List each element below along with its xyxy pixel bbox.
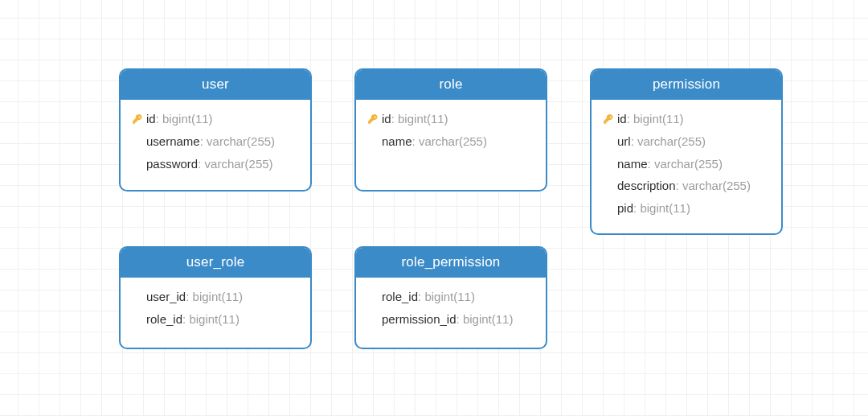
column-name: password bbox=[146, 153, 198, 175]
column-name: username bbox=[146, 130, 200, 153]
column-type: : bigint(11) bbox=[627, 108, 684, 130]
primary-key-icon bbox=[601, 113, 616, 125]
entity-table-permission[interactable]: permission id: bigint(11) url: varchar(2… bbox=[590, 68, 783, 235]
column-name: name bbox=[382, 130, 412, 153]
entity-columns: role_id: bigint(11) permission_id: bigin… bbox=[356, 278, 546, 340]
column-type: : varchar(255) bbox=[198, 153, 272, 175]
column-name: id bbox=[146, 108, 156, 130]
column-row: id: bigint(11) bbox=[606, 108, 770, 130]
column-type: : varchar(255) bbox=[648, 153, 723, 175]
column-row: id: bigint(11) bbox=[371, 108, 534, 130]
entity-table-user[interactable]: user id: bigint(11) username: varchar(25… bbox=[119, 68, 312, 192]
column-row: username: varchar(255) bbox=[135, 130, 299, 153]
column-type: : bigint(11) bbox=[633, 197, 690, 220]
entity-columns: id: bigint(11) username: varchar(255) pa… bbox=[121, 100, 310, 184]
column-row: name: varchar(255) bbox=[606, 153, 770, 175]
column-name: pid bbox=[617, 197, 633, 220]
column-row: description: varchar(255) bbox=[606, 175, 770, 197]
column-type: : varchar(255) bbox=[631, 130, 706, 153]
entity-title: user_role bbox=[121, 248, 310, 278]
entity-title: role_permission bbox=[356, 248, 546, 278]
column-name: role_id bbox=[146, 308, 182, 331]
column-type: : bigint(11) bbox=[391, 108, 448, 130]
column-name: permission_id bbox=[382, 308, 457, 331]
column-type: : bigint(11) bbox=[182, 308, 240, 331]
column-row: url: varchar(255) bbox=[606, 130, 770, 153]
column-type: : varchar(255) bbox=[412, 130, 487, 153]
column-row: user_id: bigint(11) bbox=[135, 286, 299, 308]
column-row: pid: bigint(11) bbox=[606, 197, 770, 220]
entity-table-role[interactable]: role id: bigint(11) name: varchar(255) bbox=[354, 68, 547, 192]
column-type: : bigint(11) bbox=[418, 286, 475, 308]
column-type: : varchar(255) bbox=[200, 130, 275, 153]
column-type: : bigint(11) bbox=[457, 308, 514, 331]
entity-title: user bbox=[121, 70, 310, 100]
entity-table-user-role[interactable]: user_role user_id: bigint(11) role_id: b… bbox=[119, 246, 312, 349]
column-row: permission_id: bigint(11) bbox=[371, 308, 534, 331]
entity-table-role-permission[interactable]: role_permission role_id: bigint(11) perm… bbox=[354, 246, 547, 349]
column-row: id: bigint(11) bbox=[135, 108, 299, 130]
column-name: name bbox=[617, 153, 648, 175]
column-name: id bbox=[617, 108, 627, 130]
primary-key-icon bbox=[130, 113, 145, 125]
entity-columns: id: bigint(11) name: varchar(255) bbox=[356, 100, 546, 163]
column-row: password: varchar(255) bbox=[135, 153, 299, 175]
column-row: name: varchar(255) bbox=[371, 130, 534, 153]
entity-title: permission bbox=[592, 70, 781, 100]
column-type: : bigint(11) bbox=[156, 108, 213, 130]
column-name: role_id bbox=[382, 286, 418, 308]
column-row: role_id: bigint(11) bbox=[135, 308, 299, 331]
column-name: url bbox=[617, 130, 631, 153]
column-type: : bigint(11) bbox=[186, 286, 243, 308]
column-name: id bbox=[382, 108, 391, 130]
entity-title: role bbox=[356, 70, 546, 100]
entity-columns: user_id: bigint(11) role_id: bigint(11) bbox=[121, 278, 310, 340]
primary-key-icon bbox=[366, 113, 380, 125]
column-row: role_id: bigint(11) bbox=[371, 286, 534, 308]
column-name: user_id bbox=[146, 286, 186, 308]
column-type: : varchar(255) bbox=[676, 175, 751, 197]
column-name: description bbox=[617, 175, 676, 197]
entity-columns: id: bigint(11) url: varchar(255) name: v… bbox=[592, 100, 781, 229]
